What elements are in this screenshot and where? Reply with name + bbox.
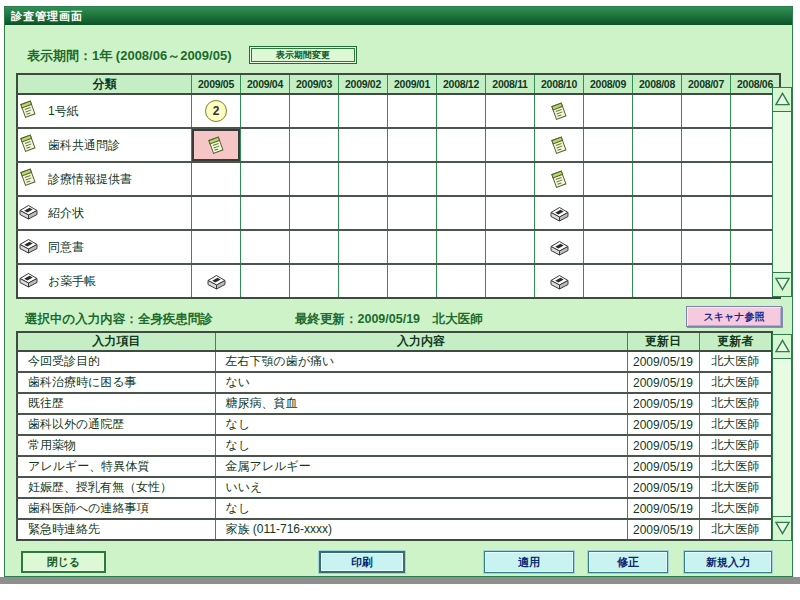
grid-cell[interactable]: [290, 128, 339, 162]
detail-item-cell[interactable]: 妊娠歴、授乳有無（女性）: [17, 477, 215, 498]
grid-cell[interactable]: [682, 264, 731, 298]
grid-cell[interactable]: [486, 230, 535, 264]
new-input-button[interactable]: 新規入力: [684, 551, 772, 573]
grid-cell[interactable]: [682, 94, 731, 128]
grid-cell[interactable]: [339, 230, 388, 264]
grid-cell[interactable]: [633, 162, 682, 196]
grid-cell[interactable]: [486, 128, 535, 162]
grid-scroll-up-button[interactable]: [773, 88, 791, 112]
grid-cell[interactable]: [437, 162, 486, 196]
detail-item-cell[interactable]: 歯科以外の通院歴: [17, 414, 215, 435]
detail-item-cell[interactable]: アレルギー、特異体質: [17, 456, 215, 477]
detail-item-cell[interactable]: 歯科治療時に困る事: [17, 372, 215, 393]
details-scroll-up-button[interactable]: [773, 335, 791, 359]
grid-cell[interactable]: [535, 128, 584, 162]
grid-cell[interactable]: [535, 196, 584, 230]
grid-cell[interactable]: [290, 230, 339, 264]
detail-content-cell[interactable]: なし: [215, 498, 627, 519]
grid-cell[interactable]: [633, 196, 682, 230]
grid-cell[interactable]: [339, 196, 388, 230]
grid-cell[interactable]: [388, 264, 437, 298]
grid-cell[interactable]: [388, 196, 437, 230]
grid-cell[interactable]: [339, 162, 388, 196]
grid-cell[interactable]: [192, 162, 241, 196]
grid-cell[interactable]: [388, 230, 437, 264]
grid-row-header[interactable]: 1号紙: [17, 94, 192, 128]
detail-content-cell[interactable]: ない: [215, 372, 627, 393]
detail-content-cell[interactable]: 糖尿病、貧血: [215, 393, 627, 414]
grid-cell[interactable]: [339, 128, 388, 162]
grid-cell[interactable]: [437, 264, 486, 298]
grid-cell[interactable]: [437, 196, 486, 230]
print-button[interactable]: 印刷: [319, 551, 405, 573]
grid-cell[interactable]: [584, 162, 633, 196]
grid-cell[interactable]: [388, 128, 437, 162]
detail-item-cell[interactable]: 歯科医師への連絡事項: [17, 498, 215, 519]
grid-cell[interactable]: [486, 94, 535, 128]
grid-row-header[interactable]: 診療情報提供書: [17, 162, 192, 196]
grid-cell[interactable]: [241, 128, 290, 162]
grid-cell[interactable]: [192, 128, 241, 162]
period-change-button[interactable]: 表示期間変更: [249, 46, 357, 64]
grid-cell[interactable]: [241, 162, 290, 196]
grid-cell[interactable]: [388, 162, 437, 196]
grid-cell[interactable]: [339, 264, 388, 298]
modify-button[interactable]: 修正: [588, 551, 668, 573]
detail-item-cell[interactable]: 今回受診目的: [17, 351, 215, 372]
grid-cell[interactable]: 2: [192, 94, 241, 128]
grid-cell[interactable]: [437, 230, 486, 264]
grid-cell[interactable]: [339, 94, 388, 128]
grid-cell[interactable]: [584, 230, 633, 264]
grid-cell[interactable]: [682, 162, 731, 196]
grid-cell[interactable]: [192, 264, 241, 298]
details-scroll-down-button[interactable]: [773, 516, 791, 540]
detail-item-cell[interactable]: 常用薬物: [17, 435, 215, 456]
detail-content-cell[interactable]: いいえ: [215, 477, 627, 498]
grid-cell[interactable]: [633, 94, 682, 128]
grid-cell[interactable]: [241, 94, 290, 128]
detail-content-cell[interactable]: 家族 (011-716-xxxx): [215, 519, 627, 540]
grid-row-header[interactable]: 紹介状: [17, 196, 192, 230]
detail-item-cell[interactable]: 既往歴: [17, 393, 215, 414]
detail-content-cell[interactable]: なし: [215, 435, 627, 456]
grid-cell[interactable]: [682, 128, 731, 162]
detail-content-cell[interactable]: 左右下顎の歯が痛い: [215, 351, 627, 372]
detail-content-cell[interactable]: 金属アレルギー: [215, 456, 627, 477]
grid-cell[interactable]: [486, 264, 535, 298]
grid-cell[interactable]: [241, 230, 290, 264]
grid-cell[interactable]: [290, 94, 339, 128]
grid-cell[interactable]: [633, 128, 682, 162]
grid-cell[interactable]: [535, 264, 584, 298]
scanner-reference-button[interactable]: スキャナ参照: [686, 306, 782, 327]
grid-row-header[interactable]: 歯科共通問診: [17, 128, 192, 162]
grid-cell[interactable]: [290, 264, 339, 298]
apply-button[interactable]: 適用: [484, 551, 574, 573]
grid-cell[interactable]: [633, 230, 682, 264]
grid-cell[interactable]: [192, 230, 241, 264]
grid-cell[interactable]: [241, 196, 290, 230]
grid-cell[interactable]: [682, 196, 731, 230]
grid-cell[interactable]: [437, 94, 486, 128]
grid-cell[interactable]: [535, 230, 584, 264]
grid-scrollbar[interactable]: [772, 87, 792, 297]
grid-cell[interactable]: [486, 196, 535, 230]
grid-cell[interactable]: [682, 230, 731, 264]
grid-scroll-down-button[interactable]: [773, 272, 791, 296]
grid-cell[interactable]: [241, 264, 290, 298]
grid-cell[interactable]: [290, 196, 339, 230]
grid-cell[interactable]: [535, 94, 584, 128]
grid-cell[interactable]: [584, 196, 633, 230]
grid-cell[interactable]: [486, 162, 535, 196]
grid-cell[interactable]: [290, 162, 339, 196]
grid-cell[interactable]: [192, 196, 241, 230]
grid-cell[interactable]: [437, 128, 486, 162]
detail-item-cell[interactable]: 緊急時連絡先: [17, 519, 215, 540]
details-scrollbar[interactable]: [772, 334, 792, 541]
detail-content-cell[interactable]: なし: [215, 414, 627, 435]
grid-cell[interactable]: [633, 264, 682, 298]
grid-cell[interactable]: [584, 94, 633, 128]
grid-row-header[interactable]: 同意書: [17, 230, 192, 264]
close-button[interactable]: 閉じる: [21, 551, 106, 573]
grid-cell[interactable]: [388, 94, 437, 128]
grid-cell[interactable]: [584, 128, 633, 162]
